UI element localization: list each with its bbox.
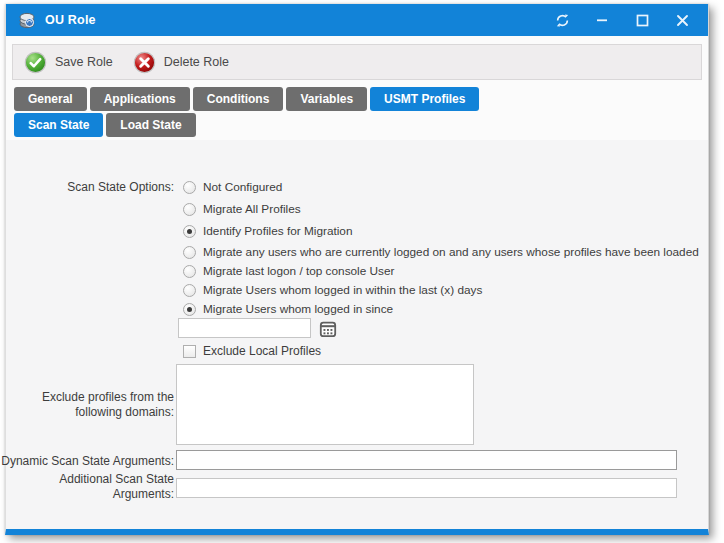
radio-label: Migrate All Profiles [203, 202, 301, 216]
checkbox-label: Exclude Local Profiles [203, 344, 321, 358]
dynamic-scan-args-input[interactable] [176, 450, 677, 470]
radio-migrate-last-logon[interactable]: Migrate last logon / top console User [183, 263, 394, 279]
close-icon [676, 14, 689, 27]
main-tab-strip: General Applications Conditions Variable… [6, 80, 708, 111]
maximize-icon [636, 14, 649, 27]
radio-migrate-all-profiles[interactable]: Migrate All Profiles [183, 201, 301, 217]
logged-in-since-date-input[interactable] [178, 318, 311, 338]
save-role-label: Save Role [55, 55, 113, 69]
maximize-button[interactable] [634, 12, 650, 28]
radio-migrate-logged-on-users[interactable]: Migrate any users who are currently logg… [183, 244, 699, 260]
radio-label: Identify Profiles for Migration [203, 224, 353, 238]
checkbox-icon [183, 345, 196, 358]
delete-icon [133, 51, 156, 74]
radio-not-configured[interactable]: Not Configured [183, 179, 282, 195]
delete-role-label: Delete Role [164, 55, 229, 69]
exclude-domains-label: Exclude profiles from the following doma… [6, 390, 174, 420]
radio-migrate-since[interactable]: Migrate Users whom logged in since [183, 301, 393, 317]
minimize-icon [596, 14, 608, 26]
radio-icon [183, 203, 196, 216]
window-title: OU Role [45, 13, 96, 27]
tab-variables[interactable]: Variables [286, 87, 367, 111]
ou-role-dialog: OU Role [5, 4, 709, 535]
save-icon [24, 51, 47, 74]
scan-state-options-label: Scan State Options: [67, 180, 174, 195]
scan-state-panel [6, 140, 708, 529]
radio-icon [183, 225, 196, 238]
close-button[interactable] [674, 12, 690, 28]
radio-icon [183, 303, 196, 316]
exclude-local-profiles-checkbox[interactable]: Exclude Local Profiles [183, 344, 321, 358]
radio-icon [183, 246, 196, 259]
radio-icon [183, 284, 196, 297]
tab-load-state[interactable]: Load State [106, 113, 195, 137]
radio-label: Migrate last logon / top console User [203, 264, 394, 278]
title-bar: OU Role [6, 4, 708, 36]
radio-label: Migrate Users whom logged in within the … [203, 283, 482, 297]
tab-general[interactable]: General [14, 87, 87, 111]
radio-label: Migrate Users whom logged in since [203, 302, 393, 316]
sub-tab-strip: Scan State Load State [6, 111, 708, 137]
radio-icon [183, 181, 196, 194]
calendar-icon[interactable] [319, 320, 337, 338]
radio-label: Not Configured [203, 180, 282, 194]
exclude-domains-textarea[interactable] [176, 364, 474, 445]
radio-migrate-last-x-days[interactable]: Migrate Users whom logged in within the … [183, 282, 482, 298]
tab-conditions[interactable]: Conditions [193, 87, 284, 111]
tab-usmt-profiles[interactable]: USMT Profiles [370, 87, 479, 111]
additional-scan-args-label: Additional Scan State Arguments: [6, 472, 174, 502]
screen: OU Role [0, 0, 724, 543]
refresh-icon [555, 13, 570, 28]
toolbar: Save Role Delete Role [12, 44, 702, 80]
save-role-button[interactable]: Save Role [24, 51, 113, 74]
window-controls [554, 12, 696, 28]
delete-role-button[interactable]: Delete Role [133, 51, 229, 74]
tab-applications[interactable]: Applications [90, 87, 190, 111]
radio-identify-profiles[interactable]: Identify Profiles for Migration [183, 223, 353, 239]
radio-label: Migrate any users who are currently logg… [203, 245, 699, 259]
app-icon [18, 11, 36, 29]
radio-icon [183, 265, 196, 278]
dynamic-scan-args-label: Dynamic Scan State Arguments: [1, 454, 174, 469]
minimize-button[interactable] [594, 12, 610, 28]
additional-scan-args-input[interactable] [176, 478, 677, 498]
tab-scan-state[interactable]: Scan State [14, 113, 103, 137]
refresh-button[interactable] [554, 12, 570, 28]
